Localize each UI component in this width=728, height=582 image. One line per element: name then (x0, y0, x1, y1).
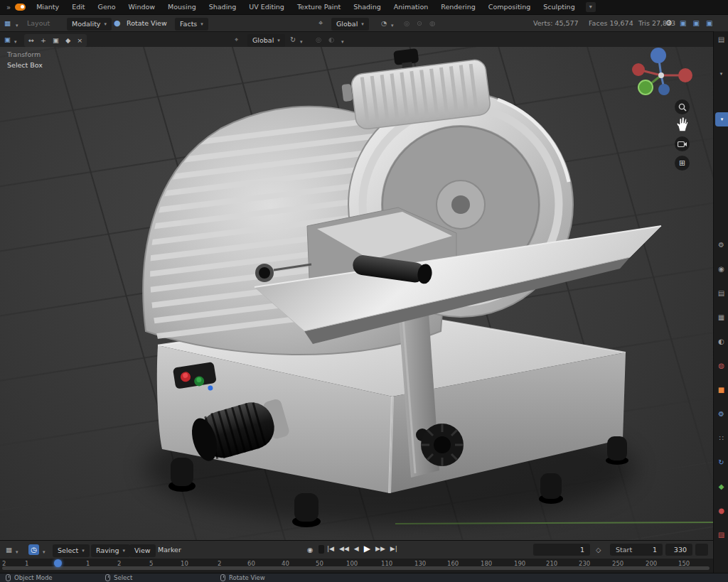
navigation-gizmo[interactable] (630, 47, 704, 104)
workspace-tab-sculpting[interactable]: Sculpting (537, 0, 581, 14)
transform-orientation-icon[interactable]: ⌖ (318, 18, 323, 29)
frame-start-field[interactable]: Start 1 (610, 544, 663, 556)
properties-tab-view-layer[interactable]: ▦ (714, 311, 728, 325)
orbit-chevron-icon[interactable]: ▾ (300, 36, 303, 48)
jump-to-start-button[interactable]: |◀ (327, 545, 334, 552)
editor-type-chevron-icon[interactable]: ▾ (16, 20, 18, 31)
properties-tab-object-data[interactable]: ● (714, 504, 728, 518)
properties-tab-physics[interactable]: ↻ (714, 456, 728, 470)
viewport-tool-cluster: ↔ + ▣ ◆ × (24, 34, 87, 47)
raving-menu-label: Raving (96, 545, 119, 556)
auto-keying-button[interactable]: ◉ (307, 544, 313, 556)
menu-edit[interactable]: Edit (65, 0, 91, 14)
menu-geno[interactable]: Geno (92, 0, 122, 14)
eyedropper-icon[interactable]: ⌖ (235, 34, 238, 45)
toggle-ortho-button[interactable]: ⊞ (675, 156, 690, 171)
magnet-icon[interactable]: ◍ (429, 18, 435, 29)
workspace-tab-shading-2[interactable]: Shading (347, 0, 387, 14)
snapping-chevron-icon[interactable]: ▾ (391, 20, 394, 31)
menu-mianty[interactable]: Mianty (30, 0, 65, 14)
play-reverse-button[interactable]: ◀ (354, 545, 359, 552)
orbit-snap-icon[interactable]: ↻ (290, 34, 296, 45)
workspace-tab-texture-paint[interactable]: Texture Paint (291, 0, 347, 14)
workspace-tab-compositing[interactable]: Compositing (482, 0, 537, 14)
blender-window: { "menubar": { "collapse_glyph": "»", "i… (0, 0, 728, 582)
workspace-tab-rendering[interactable]: Rendering (434, 0, 482, 14)
collapse-menus-icon[interactable]: » (4, 4, 14, 11)
zoom-button[interactable] (675, 99, 690, 114)
properties-tab-particles[interactable]: ∷ (714, 431, 728, 446)
viewport-magnet-icon[interactable]: ◐ (328, 34, 334, 45)
box-select-tool-icon[interactable]: ▣ (53, 35, 59, 46)
viewport-orientation-dropdown[interactable]: Global ▾ (247, 34, 285, 47)
proportional-edit-icon[interactable]: ◎ (404, 18, 410, 29)
properties-tab-object[interactable]: ■ (714, 383, 728, 397)
camera-view-button[interactable] (675, 136, 690, 151)
facts-dropdown[interactable]: Facts ▾ (175, 18, 208, 31)
timeline-ruler[interactable]: 2 1 1 2 5 10 2 60 40 50 100 110 130 160 … (0, 559, 713, 573)
viewport-snap-chevron-icon[interactable]: ▾ (341, 36, 344, 48)
properties-tab-tool[interactable]: ⚙ (714, 238, 728, 252)
keyframe-insert-icon[interactable]: ◇ (596, 544, 601, 556)
timeline-menu-marker[interactable]: Marker (158, 544, 181, 556)
add-cursor-tool-icon[interactable]: + (41, 35, 46, 46)
frame-end-field[interactable]: 330 (665, 544, 692, 556)
timeline-menu-view[interactable]: View (129, 544, 156, 557)
collection-icon[interactable]: ▣ (706, 19, 712, 27)
sidebar-collapse-chevron-icon[interactable]: ▾ (714, 67, 728, 81)
play-button[interactable]: ▶ (364, 544, 370, 554)
properties-tab-scene[interactable]: ◐ (714, 335, 728, 349)
annotate-tool-icon[interactable]: × (77, 35, 82, 46)
current-frame-field[interactable]: 1 (533, 544, 590, 556)
keying-set-button[interactable] (318, 545, 324, 557)
workspace-tab-shading-1[interactable]: Shading (203, 0, 243, 14)
timeline-scrollbar[interactable] (2, 566, 710, 570)
properties-tab-render[interactable]: ◉ (714, 262, 728, 276)
sidebar-active-tab[interactable]: ▾ (715, 112, 728, 126)
playhead[interactable] (54, 559, 62, 567)
timeline-editor-icon[interactable]: ▦ (6, 544, 12, 556)
viewport-editor-icon[interactable]: ▣ (4, 34, 11, 45)
active-tool-sphere-icon[interactable]: ● (114, 18, 121, 29)
mode-dropdown[interactable]: Modality ▾ (67, 18, 112, 31)
sync-chevron-icon[interactable]: ▾ (43, 546, 46, 558)
workspace-tab-uv-editing[interactable]: UV Editing (242, 0, 291, 14)
properties-tab-world[interactable]: ◍ (714, 359, 728, 373)
viewport-editor-chevron-icon[interactable]: ▾ (14, 36, 17, 48)
object-tab-icon: ■ (718, 386, 724, 394)
frame-end-spinner[interactable] (695, 544, 708, 556)
scene-icon[interactable]: ▣ (680, 19, 686, 27)
timeline-editor-chevron-icon[interactable]: ▾ (16, 546, 18, 558)
wrench-icon[interactable]: ⚙ (665, 18, 673, 29)
properties-editor-icon[interactable]: ▤ (714, 33, 728, 47)
next-keyframe-button[interactable]: ▶▶ (375, 545, 385, 552)
properties-tab-material[interactable]: ▨ (714, 528, 728, 542)
wrench-tab-icon: ⚙ (718, 410, 724, 418)
pan-button[interactable] (675, 117, 690, 131)
properties-tab-modifiers[interactable]: ⚙ (714, 407, 728, 421)
clock-icon: ◷ (28, 544, 39, 555)
previous-keyframe-button[interactable]: ◀◀ (339, 545, 349, 552)
blender-logo[interactable] (15, 4, 26, 11)
workspace-tab-animation[interactable]: Animation (387, 0, 434, 14)
properties-tab-output[interactable]: ▤ (714, 286, 728, 301)
viewport-proportional-icon[interactable]: ◎ (316, 34, 321, 45)
playback-sync-icon[interactable]: ◷ (28, 544, 39, 556)
status-mode: Object Mode (6, 574, 53, 581)
snapping-icon[interactable]: ◔ (381, 18, 387, 29)
editor-type-icon[interactable]: ▦ (4, 18, 11, 29)
timeline-menu-raving[interactable]: Raving ▾ (91, 544, 130, 557)
transform-tool-icon[interactable]: ◆ (65, 35, 70, 46)
output-tab-icon: ▤ (718, 289, 724, 297)
timeline-menu-select[interactable]: Select ▾ (53, 544, 90, 557)
menu-mousing[interactable]: Mousing (161, 0, 203, 14)
more-workspaces-chevron-icon[interactable]: ▾ (586, 2, 596, 12)
3d-viewport[interactable]: Transform Select Box (0, 47, 713, 540)
properties-tab-constraints[interactable]: ◆ (714, 480, 728, 494)
orientation-dropdown[interactable]: Global ▾ (331, 18, 369, 31)
tweak-tool-icon[interactable]: ↔ (28, 35, 34, 46)
pivot-point-icon[interactable]: ⊙ (417, 18, 422, 29)
menu-window[interactable]: Window (122, 0, 161, 14)
view-layer-icon[interactable]: ▣ (692, 19, 699, 27)
jump-to-end-button[interactable]: ▶| (390, 545, 397, 552)
